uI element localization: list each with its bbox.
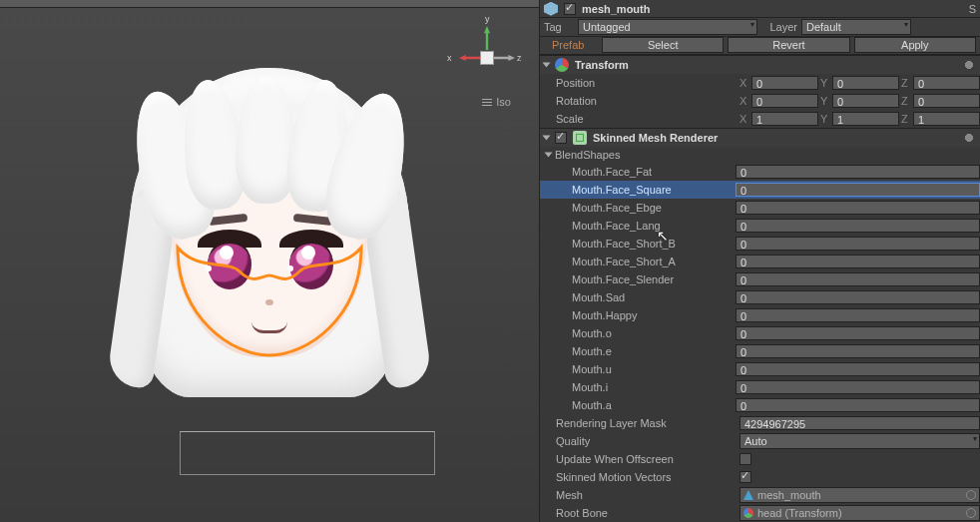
blendshape-value-field[interactable]: 0 [735, 398, 980, 412]
scene-view[interactable]: y x z Iso [0, 0, 540, 522]
projection-toggle[interactable]: Iso [482, 96, 511, 108]
bounding-box-icon [180, 431, 435, 475]
gizmo-z-label: z [517, 53, 522, 63]
gizmo-cube-icon[interactable] [480, 51, 494, 65]
prefab-label: Prefab [544, 39, 598, 51]
blendshapes-label[interactable]: BlendShapes [555, 149, 620, 161]
blendshape-row: Mouth.Face_Slender0 [540, 270, 980, 288]
blendshape-row: Mouth.e0 [540, 342, 980, 360]
blendshape-label[interactable]: Mouth.Face_Short_B [572, 238, 735, 250]
orientation-gizmo[interactable]: y x z [449, 22, 519, 92]
blendshape-value-field[interactable]: 0 [735, 183, 980, 197]
selection-wireframe [172, 238, 367, 357]
mesh-icon [743, 490, 753, 500]
blendshape-value-field[interactable]: 0 [735, 308, 980, 322]
blendshape-label[interactable]: Mouth.e [572, 345, 735, 357]
gizmo-x-axis-icon[interactable] [459, 55, 481, 61]
root-bone-label[interactable]: Root Bone [556, 507, 735, 519]
rotation-z-field[interactable]: 0 [913, 94, 980, 108]
blendshape-value-field[interactable]: 0 [735, 326, 980, 340]
blendshape-row: Mouth.a0 [540, 396, 980, 414]
static-label[interactable]: S [969, 3, 976, 15]
blendshape-value-field[interactable]: 0 [735, 201, 980, 215]
foldout-icon[interactable] [545, 152, 553, 157]
rendering-layer-mask-label[interactable]: Rendering Layer Mask [556, 417, 735, 429]
blendshape-label[interactable]: Mouth.Face_Slender [572, 273, 735, 285]
scale-x-field[interactable]: 1 [751, 112, 818, 126]
blendshape-value-field[interactable]: 0 [735, 344, 980, 358]
object-picker-icon[interactable] [966, 490, 976, 500]
blendshape-row: Mouth.u0 [540, 360, 980, 378]
blendshape-value-field[interactable]: 0 [735, 237, 980, 251]
blendshape-row: Mouth.o0 [540, 324, 980, 342]
scale-z-field[interactable]: 1 [913, 112, 980, 126]
rotation-x-field[interactable]: 0 [751, 94, 818, 108]
blendshape-label[interactable]: Mouth.Face_Short_A [572, 256, 735, 267]
position-z-field[interactable]: 0 [913, 76, 980, 90]
blendshape-value-field[interactable]: 0 [735, 380, 980, 394]
position-x-field[interactable]: 0 [751, 76, 818, 90]
transform-icon [555, 58, 569, 72]
layer-label: Layer [761, 21, 797, 33]
blendshape-label[interactable]: Mouth.Happy [572, 309, 735, 321]
mesh-label[interactable]: Mesh [556, 489, 735, 501]
root-bone-object-field[interactable]: head (Transform) [739, 505, 980, 521]
blendshape-label[interactable]: Mouth.Face_Lang [572, 220, 735, 232]
object-picker-icon[interactable] [966, 508, 976, 518]
gameobject-name-field[interactable]: mesh_mouth [582, 3, 650, 15]
skinned-motion-vectors-checkbox[interactable] [739, 471, 751, 483]
blendshape-label[interactable]: Mouth.o [572, 327, 735, 339]
blendshape-label[interactable]: Mouth.Face_Fat [572, 166, 735, 178]
layer-dropdown[interactable]: Default [801, 19, 911, 35]
gameobject-icon[interactable] [544, 2, 558, 16]
quality-dropdown[interactable]: Auto [739, 433, 980, 449]
smr-enabled-checkbox[interactable] [555, 132, 567, 144]
blendshapes-list: Mouth.Face_Fat0Mouth.Face_Square0Mouth.F… [540, 163, 980, 414]
mesh-object-field[interactable]: mesh_mouth [739, 487, 980, 503]
prefab-select-button[interactable]: Select [602, 37, 724, 53]
gizmo-z-axis-icon[interactable] [493, 55, 515, 61]
blendshape-row: Mouth.Happy0 [540, 306, 980, 324]
prefab-apply-button[interactable]: Apply [854, 37, 976, 53]
blendshape-label[interactable]: Mouth.Face_Square [572, 184, 735, 196]
blendshape-value-field[interactable]: 0 [735, 362, 980, 376]
gizmo-y-axis-icon[interactable] [484, 26, 490, 50]
blendshape-label[interactable]: Mouth.u [572, 363, 735, 375]
blendshape-label[interactable]: Mouth.Sad [572, 291, 735, 303]
foldout-icon[interactable] [543, 135, 551, 140]
quality-label[interactable]: Quality [556, 435, 735, 447]
transform-title: Transform [575, 59, 629, 71]
skinned-motion-vectors-label[interactable]: Skinned Motion Vectors [556, 471, 735, 483]
scene-object-avatar[interactable] [80, 38, 459, 437]
tag-dropdown[interactable]: Untagged [578, 19, 757, 35]
scale-y-field[interactable]: 1 [832, 112, 899, 126]
position-y-field[interactable]: 0 [832, 76, 899, 90]
rendering-layer-mask-field[interactable]: 4294967295 [739, 416, 980, 430]
scene-toolbar [0, 0, 539, 8]
scale-label[interactable]: Scale [556, 113, 735, 125]
foldout-icon[interactable] [543, 62, 551, 67]
scene-viewport[interactable]: y x z Iso [0, 8, 539, 522]
blendshape-value-field[interactable]: 0 [735, 255, 980, 268]
update-offscreen-label[interactable]: Update When Offscreen [556, 453, 735, 465]
blendshape-label[interactable]: Mouth.Face_Ebge [572, 202, 735, 214]
skinned-mesh-renderer-component: Skinned Mesh Renderer BlendShapes Mouth.… [540, 128, 980, 522]
prefab-revert-button[interactable]: Revert [728, 37, 849, 53]
blendshape-value-field[interactable]: 0 [735, 272, 980, 286]
update-offscreen-checkbox[interactable] [739, 453, 751, 465]
transform-icon [743, 508, 753, 518]
gameobject-enabled-checkbox[interactable] [564, 3, 576, 15]
blendshape-value-field[interactable]: 0 [735, 165, 980, 179]
tag-label: Tag [544, 21, 574, 33]
blendshape-row: Mouth.Sad0 [540, 288, 980, 306]
blendshape-row: Mouth.Face_Ebge0 [540, 199, 980, 217]
position-label[interactable]: Position [556, 77, 735, 89]
rotation-label[interactable]: Rotation [556, 95, 735, 107]
blendshape-label[interactable]: Mouth.i [572, 381, 735, 393]
component-menu-icon[interactable] [962, 131, 976, 145]
blendshape-label[interactable]: Mouth.a [572, 399, 735, 411]
blendshape-value-field[interactable]: 0 [735, 219, 980, 233]
blendshape-value-field[interactable]: 0 [735, 290, 980, 304]
component-menu-icon[interactable] [962, 58, 976, 72]
rotation-y-field[interactable]: 0 [832, 94, 899, 108]
